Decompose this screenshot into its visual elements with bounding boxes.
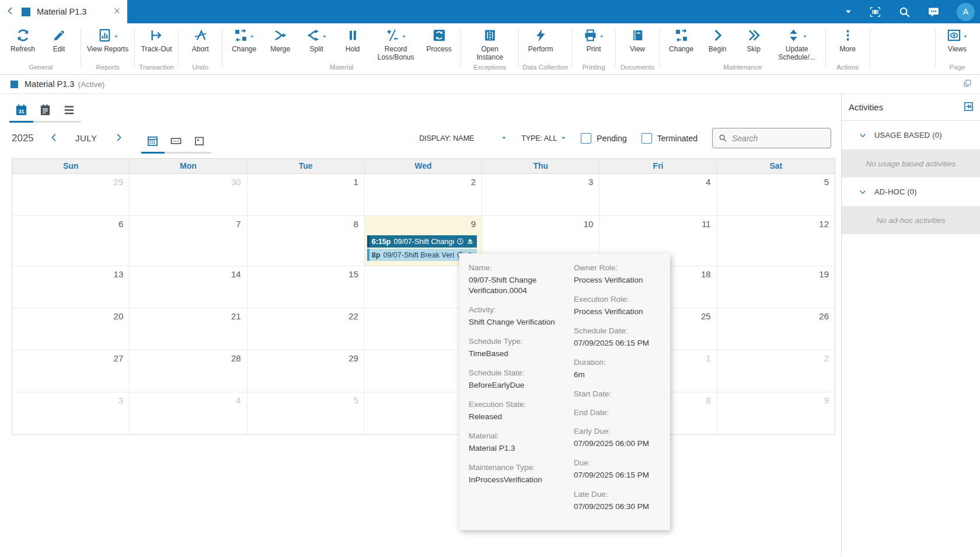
calendar-cell-29[interactable]: 29 <box>247 350 365 392</box>
chat-icon[interactable] <box>927 6 940 18</box>
global-search-icon[interactable] <box>898 6 911 18</box>
field-value: Released <box>469 412 561 422</box>
prev-month-button[interactable] <box>49 133 59 144</box>
ribbon-button-view[interactable]: View <box>620 27 655 54</box>
ribbon-group-undo: AbortUndo <box>180 23 221 74</box>
tab-close-button[interactable] <box>111 6 123 18</box>
calendar-cell-14[interactable]: 14 <box>130 266 247 308</box>
day-header-sun: Sun <box>12 159 130 173</box>
calendar-body: 29301234567896:15p09/07-Shift Change ...… <box>12 174 835 434</box>
calendar-event[interactable]: 6:15p09/07-Shift Change ... <box>367 235 477 248</box>
next-month-button[interactable] <box>114 133 124 144</box>
calendar-cell-26[interactable]: 26 <box>717 308 835 350</box>
calendar-cell-2[interactable]: 2 <box>717 350 835 392</box>
calendar-cell-1[interactable]: 1 <box>247 174 365 216</box>
cell-date: 29 <box>114 177 124 187</box>
sidebar-section-usage-based-0[interactable]: USAGE BASED (0) <box>842 121 980 149</box>
tab-schedule-view[interactable] <box>33 99 57 123</box>
day-scale-button[interactable] <box>188 130 211 154</box>
ribbon-button-edit[interactable]: Edit <box>41 27 76 54</box>
search-input[interactable] <box>732 134 825 143</box>
calendar-cell-5[interactable]: 5 <box>247 392 365 434</box>
caret-down-icon <box>561 135 566 141</box>
calendar-cell-22[interactable]: 22 <box>247 308 365 350</box>
calendar-cell-28[interactable]: 28 <box>130 350 247 392</box>
display-filter-dropdown[interactable]: DISPLAY: NAME <box>419 134 507 142</box>
ribbon-button-skip[interactable]: Skip <box>736 27 771 54</box>
ribbon-button-open-instance[interactable]: Open Instance <box>465 27 514 61</box>
calendar-cell-20[interactable]: 20 <box>12 308 130 350</box>
calendar-cell-19[interactable]: 19 <box>717 266 835 308</box>
avatar[interactable]: A <box>957 3 975 21</box>
begin-icon <box>710 28 725 43</box>
ribbon-button-change[interactable]: Change <box>226 27 261 54</box>
ribbon-button-view-reports[interactable]: View Reports <box>85 27 130 54</box>
cell-date: 4 <box>706 177 710 187</box>
ribbon-button-perform[interactable]: Perform <box>523 27 558 54</box>
ribbon-button-merge[interactable]: Merge <box>263 27 298 54</box>
ribbon-button-refresh[interactable]: Refresh <box>5 27 40 54</box>
chevron-down-icon <box>859 131 867 140</box>
calendar-cell-3[interactable]: 3 <box>482 174 599 216</box>
tab-calendar-view[interactable]: 31 <box>9 99 33 123</box>
ribbon-group-label: Maintenance <box>661 62 824 74</box>
ribbon-button-change[interactable]: Change <box>664 27 699 54</box>
ribbon-button-begin[interactable]: Begin <box>700 27 735 54</box>
ribbon-button-process[interactable]: Process <box>421 27 456 54</box>
empty-text: No ad-hoc activities <box>877 216 946 225</box>
pending-checkbox[interactable]: Pending <box>581 133 626 144</box>
tooltip-field-end-date: End Date: <box>574 408 662 417</box>
cell-date: 5 <box>824 177 829 187</box>
ribbon-button-track-out[interactable]: Track-Out <box>139 27 174 54</box>
ribbon-button-hold[interactable]: Hold <box>335 27 370 54</box>
calendar-cell-6[interactable]: 6 <box>12 216 130 266</box>
calendar-cell-2[interactable]: 2 <box>365 174 482 216</box>
calendar-cell-8[interactable]: 8 <box>247 216 365 266</box>
calendar-cell-21[interactable]: 21 <box>130 308 247 350</box>
dropdown-caret-icon <box>402 32 406 41</box>
terminated-checkbox[interactable]: Terminated <box>641 133 697 144</box>
calendar-cell-15[interactable]: 15 <box>247 266 365 308</box>
field-value: BeforeEarlyDue <box>469 380 561 391</box>
calendar-cell-13[interactable]: 13 <box>12 266 130 308</box>
calendar-cell-27[interactable]: 27 <box>12 350 130 392</box>
ribbon-button-label: Abort <box>192 46 209 54</box>
dropdown-caret-icon[interactable] <box>845 8 852 16</box>
barcode-icon[interactable] <box>869 6 881 18</box>
ribbon-group-documents: ViewDocuments <box>617 23 658 74</box>
ribbon-button-abort[interactable]: Abort <box>183 27 218 54</box>
ribbon-group-label: Transaction <box>136 62 177 74</box>
calendar-cell-9[interactable]: 9 <box>717 392 835 434</box>
ribbon-button-record-loss-bonus[interactable]: Record Loss/Bonus <box>371 27 420 61</box>
ribbon-button-update-schedule[interactable]: Update Schedule/... <box>772 27 821 61</box>
ribbon-button-split[interactable]: Split <box>299 27 334 54</box>
ribbon-button-views[interactable]: Views <box>940 27 975 54</box>
week-scale-button[interactable] <box>165 130 188 154</box>
ribbon-divider <box>935 29 936 67</box>
ribbon-button-more[interactable]: More <box>830 27 865 54</box>
refresh-icon <box>16 28 30 43</box>
search-box <box>712 128 831 148</box>
ribbon-button-print[interactable]: Print <box>576 27 611 54</box>
calendar-cell-29[interactable]: 29 <box>12 174 130 216</box>
expand-icon <box>963 79 972 89</box>
ribbon-group-page: ViewsPage <box>937 23 978 74</box>
sidebar-section-ad-hoc-0[interactable]: AD-HOC (0) <box>842 177 980 206</box>
field-label: Activity: <box>469 305 561 315</box>
calendar-cell-5[interactable]: 5 <box>717 174 835 216</box>
tab-title[interactable]: Material P1.3 <box>37 7 111 16</box>
calendar-cell-4[interactable]: 4 <box>599 174 717 216</box>
month-scale-button[interactable] <box>141 130 165 154</box>
back-button[interactable] <box>6 5 18 18</box>
dropdown-caret-icon <box>845 8 852 16</box>
tooltip-field-execution-state: Execution State:Released <box>469 399 561 422</box>
tab-list-view[interactable] <box>57 99 81 123</box>
calendar-cell-30[interactable]: 30 <box>130 174 247 216</box>
expand-page-button[interactable] <box>963 79 972 89</box>
calendar-cell-4[interactable]: 4 <box>130 392 247 434</box>
calendar-cell-3[interactable]: 3 <box>12 392 130 434</box>
open-panel-button[interactable] <box>964 102 974 113</box>
type-filter-dropdown[interactable]: TYPE: ALL <box>521 134 566 142</box>
calendar-cell-12[interactable]: 12 <box>717 216 835 266</box>
calendar-cell-7[interactable]: 7 <box>130 216 247 266</box>
